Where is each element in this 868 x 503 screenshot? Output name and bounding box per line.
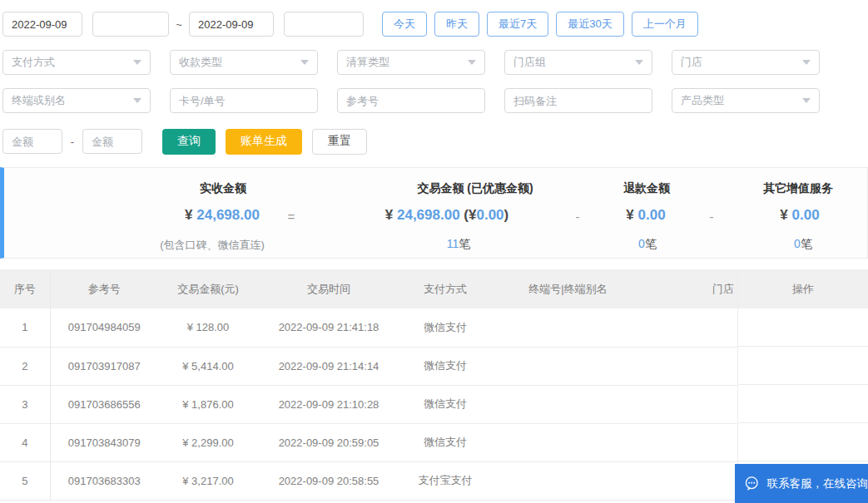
- date-to-input[interactable]: [189, 12, 274, 37]
- store-group-select[interactable]: 门店组: [504, 50, 652, 75]
- reference-no-input[interactable]: [337, 88, 485, 113]
- last-30-days-button[interactable]: 最近30天: [556, 12, 623, 37]
- amount-min-input[interactable]: [2, 129, 62, 154]
- currency-symbol: ¥: [626, 207, 633, 223]
- cell-operation: [738, 423, 868, 461]
- chevron-down-icon: [133, 98, 141, 103]
- collection-type-placeholder: 收款类型: [179, 55, 222, 70]
- cell-time: 2022-09-09 20:58:55: [258, 461, 399, 500]
- equals-sign: =: [288, 210, 295, 224]
- product-type-select[interactable]: 产品类型: [672, 88, 820, 113]
- chevron-down-icon: [802, 60, 811, 65]
- cell-payment-method: 支付宝支付: [399, 461, 491, 500]
- chevron-down-icon: [300, 60, 309, 65]
- terminal-or-alias-select[interactable]: 终端或别名: [2, 88, 151, 113]
- terminal-or-alias-placeholder: 终端或别名: [12, 93, 66, 108]
- cell-terminal: [491, 308, 645, 347]
- reset-button[interactable]: 重置: [312, 129, 367, 155]
- cell-reference: 091703843079: [50, 423, 158, 461]
- card-or-order-no-input[interactable]: [170, 88, 318, 113]
- header-operation: 操作: [738, 269, 868, 308]
- cell-reference: 091703917087: [50, 347, 158, 385]
- contact-support-label: 联系客服，在线咨询: [767, 476, 868, 491]
- chevron-down-icon: [635, 60, 643, 65]
- last-7-days-button[interactable]: 最近7天: [487, 12, 548, 37]
- minus-sign: -: [710, 210, 714, 224]
- cell-terminal: [491, 385, 645, 423]
- refund-amount-number: 0.00: [638, 207, 666, 223]
- generate-bill-button[interactable]: 账单生成: [226, 129, 302, 155]
- cell-amount: ¥ 2,299.00: [158, 423, 258, 461]
- transaction-amount-value: ¥ 24,698.00 (¥0.00): [385, 207, 508, 224]
- received-amount-number: 24,698.00: [196, 207, 260, 223]
- transaction-amount-label: 交易金额 (已优惠金额): [417, 181, 533, 196]
- received-amount-value: ¥ 24,698.00: [185, 207, 260, 224]
- value-added-number: 0.00: [792, 207, 820, 223]
- amount-max-input[interactable]: [82, 129, 142, 154]
- cell-amount: ¥ 1,876.00: [158, 385, 258, 423]
- value-added-value: ¥ 0.00: [780, 207, 819, 224]
- quick-date-buttons: 今天 昨天 最近7天 最近30天 上一个月: [382, 12, 698, 37]
- refund-count-number: 0: [638, 237, 645, 250]
- header-terminal: 终端号|终端别名: [491, 269, 645, 308]
- date-range-row: ~ 今天 昨天 最近7天 最近30天 上一个月: [2, 12, 868, 37]
- header-time: 交易时间: [258, 269, 399, 308]
- settlement-type-select[interactable]: 清算类型: [337, 50, 485, 75]
- cell-no: 2: [0, 347, 50, 385]
- count-unit: 笔: [459, 237, 470, 250]
- cell-terminal: [491, 461, 645, 500]
- cell-operation: [738, 347, 868, 385]
- header-no: 序号: [0, 269, 50, 308]
- currency-symbol: ¥: [185, 207, 192, 223]
- scan-code-remark-input[interactable]: [504, 88, 652, 113]
- transaction-query-page: ~ 今天 昨天 最近7天 最近30天 上一个月 支付方式 收款类型 清算类型: [0, 0, 868, 503]
- discount-close: ): [504, 207, 509, 223]
- cell-time: 2022-09-09 21:10:28: [258, 385, 399, 423]
- received-amount-note: (包含口碑、微信直连): [160, 238, 265, 253]
- last-month-button[interactable]: 上一个月: [632, 12, 698, 37]
- chat-bubble-icon: [743, 472, 761, 495]
- cell-no: 4: [0, 423, 50, 461]
- time-to-input[interactable]: [284, 12, 364, 37]
- cell-terminal: [491, 423, 645, 461]
- contact-support-button[interactable]: 联系客服，在线咨询: [735, 464, 868, 503]
- cell-amount: ¥ 128.00: [158, 308, 258, 347]
- minus-sign: -: [576, 210, 580, 224]
- refund-count: 0笔: [638, 237, 657, 252]
- cell-reference: 091704984059: [50, 308, 158, 347]
- yesterday-button[interactable]: 昨天: [434, 12, 479, 37]
- chevron-down-icon: [133, 60, 141, 65]
- amount-and-actions-row: - 查询 账单生成 重置: [2, 129, 868, 154]
- header-payment-method: 支付方式: [399, 269, 491, 308]
- discount-open: (¥: [464, 207, 476, 223]
- discount-amount-number: 0.00: [476, 207, 503, 223]
- filter-row-1: 支付方式 收款类型 清算类型 门店组 门店: [2, 50, 868, 75]
- value-added-count-number: 0: [794, 237, 801, 250]
- today-button[interactable]: 今天: [382, 12, 427, 37]
- amount-separator: -: [62, 136, 82, 148]
- summary-bar: 实收金额 ¥ 24,698.00 (包含口碑、微信直连) = 交易金额 (已优惠…: [0, 167, 868, 259]
- payment-method-select[interactable]: 支付方式: [2, 50, 151, 75]
- store-placeholder: 门店: [681, 55, 702, 70]
- transaction-amount-number: 24,698.00: [397, 207, 460, 223]
- header-amount: 交易金额(元): [158, 269, 258, 308]
- chevron-down-icon: [468, 60, 476, 65]
- cell-time: 2022-09-09 20:59:05: [258, 423, 399, 461]
- payment-method-placeholder: 支付方式: [12, 55, 55, 70]
- currency-symbol: ¥: [780, 207, 787, 223]
- collection-type-select[interactable]: 收款类型: [170, 50, 318, 75]
- cell-payment-method: 微信支付: [399, 347, 491, 385]
- store-group-placeholder: 门店组: [513, 55, 546, 70]
- search-button[interactable]: 查询: [162, 129, 216, 155]
- cell-time: 2022-09-09 21:14:14: [258, 347, 399, 385]
- refund-amount-label: 退款金额: [623, 181, 670, 196]
- cell-terminal: [491, 347, 645, 385]
- store-select[interactable]: 门店: [672, 50, 820, 75]
- cell-payment-method: 微信支付: [399, 385, 491, 423]
- count-unit: 笔: [645, 237, 657, 250]
- chevron-down-icon: [802, 98, 811, 103]
- cell-operation: [738, 308, 868, 347]
- date-from-input[interactable]: [2, 12, 82, 37]
- time-from-input[interactable]: [92, 12, 169, 37]
- product-type-placeholder: 产品类型: [681, 93, 724, 108]
